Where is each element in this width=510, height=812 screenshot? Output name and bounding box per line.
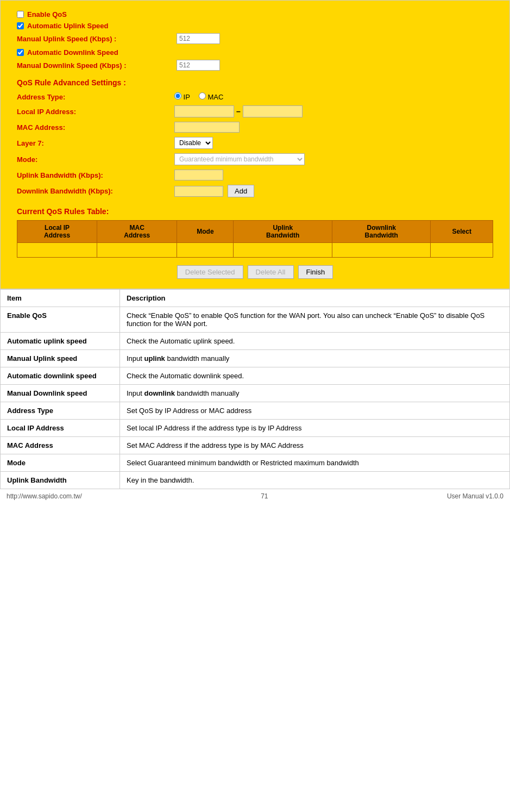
add-button[interactable]: Add bbox=[228, 185, 254, 197]
manual-uplink-label: Manual Uplink Speed (Kbps) : bbox=[17, 35, 174, 43]
layer7-select[interactable]: Disable Enable bbox=[174, 137, 213, 149]
auto-downlink-checkbox[interactable] bbox=[17, 49, 24, 56]
uplink-bandwidth-input[interactable] bbox=[174, 170, 223, 180]
downlink-bandwidth-input[interactable] bbox=[174, 186, 223, 197]
mode-row: Mode: Guaranteed minimum bandwidth Restr… bbox=[17, 153, 493, 165]
desc-enable-qos: Check “Enable QoS” to enable QoS functio… bbox=[120, 307, 510, 333]
item-uplink-bandwidth: Uplink Bandwidth bbox=[1, 472, 120, 489]
desc-manual-uplink: Input uplink bandwidth manually bbox=[120, 350, 510, 367]
table-row: Mode Select Guaranteed minimum bandwidth… bbox=[1, 454, 510, 472]
downlink-bold: downlink bbox=[144, 389, 175, 397]
table-row: Address Type Set QoS by IP Address or MA… bbox=[1, 402, 510, 420]
table-row: MAC Address Set MAC Address if the addre… bbox=[1, 437, 510, 454]
table-row: Manual Uplink speed Input uplink bandwid… bbox=[1, 350, 510, 367]
enable-qos-checkbox[interactable] bbox=[17, 11, 24, 18]
auto-uplink-row: Automatic Uplink Speed bbox=[17, 22, 493, 30]
local-ip-input-1[interactable] bbox=[174, 105, 234, 117]
desc-auto-uplink: Check the Automatic uplink speed. bbox=[120, 333, 510, 350]
table-row: Uplink Bandwidth Key in the bandwidth. bbox=[1, 472, 510, 489]
address-type-radio-group: IP MAC bbox=[174, 92, 223, 101]
footer: http://www.sapido.com.tw/ 71 User Manual… bbox=[0, 489, 510, 503]
item-manual-uplink: Manual Uplink speed bbox=[1, 350, 120, 367]
bottom-buttons: Delete Selected Delete All Finish bbox=[17, 265, 493, 279]
ip-dash: – bbox=[236, 107, 241, 116]
ip-radio-label: IP bbox=[174, 92, 190, 101]
item-mac-address: MAC Address bbox=[1, 437, 120, 454]
footer-link[interactable]: http://www.sapido.com.tw/ bbox=[7, 492, 82, 500]
table-empty-row bbox=[17, 243, 493, 258]
col-mode: Mode bbox=[177, 221, 234, 243]
auto-downlink-row: Automatic Downlink Speed bbox=[17, 48, 493, 57]
empty-cell-4 bbox=[234, 243, 332, 258]
mode-label: Mode: bbox=[17, 155, 174, 164]
item-auto-uplink: Automatic uplink speed bbox=[1, 333, 120, 350]
item-auto-downlink: Automatic downlink speed bbox=[1, 367, 120, 385]
table-row: Automatic downlink speed Check the Autom… bbox=[1, 367, 510, 385]
address-type-label: Address Type: bbox=[17, 93, 174, 101]
delete-selected-button[interactable]: Delete Selected bbox=[177, 265, 243, 279]
empty-cell-3 bbox=[177, 243, 234, 258]
desc-manual-downlink: Input downlink bandwidth manually bbox=[120, 385, 510, 402]
footer-version: User Manual v1.0.0 bbox=[447, 492, 503, 500]
uplink-bold: uplink bbox=[144, 354, 165, 363]
desc-uplink-bandwidth: Key in the bandwidth. bbox=[120, 472, 510, 489]
manual-downlink-input[interactable] bbox=[177, 60, 220, 71]
item-mode: Mode bbox=[1, 454, 120, 472]
auto-uplink-label: Automatic Uplink Speed bbox=[27, 22, 109, 30]
table-row: Automatic uplink speed Check the Automat… bbox=[1, 333, 510, 350]
rules-table: Local IPAddress MACAddress Mode UplinkBa… bbox=[17, 220, 493, 258]
local-ip-label: Local IP Address: bbox=[17, 108, 174, 116]
mode-select[interactable]: Guaranteed minimum bandwidth Restricted … bbox=[174, 153, 305, 165]
footer-page-number: 71 bbox=[261, 492, 268, 500]
item-local-ip: Local IP Address bbox=[1, 420, 120, 437]
col-select: Select bbox=[431, 221, 493, 243]
downlink-bandwidth-label: Downlink Bandwidth (Kbps): bbox=[17, 187, 174, 195]
col-mac-address: MACAddress bbox=[97, 221, 177, 243]
desc-header-item: Item bbox=[1, 290, 120, 307]
desc-auto-downlink: Check the Automatic downlink speed. bbox=[120, 367, 510, 385]
qos-panel: Enable QoS Automatic Uplink Speed Manual… bbox=[0, 0, 510, 289]
col-local-ip: Local IPAddress bbox=[17, 221, 97, 243]
table-row: Manual Downlink speed Input downlink ban… bbox=[1, 385, 510, 402]
manual-downlink-label: Manual Downlink Speed (Kbps) : bbox=[17, 61, 174, 70]
item-address-type: Address Type bbox=[1, 402, 120, 420]
mac-radio-label: MAC bbox=[199, 92, 224, 101]
current-rules-title: Current QoS Rules Table: bbox=[17, 207, 493, 216]
ip-inputs: – bbox=[174, 105, 303, 117]
layer7-label: Layer 7: bbox=[17, 139, 174, 147]
col-uplink-bandwidth: UplinkBandwidth bbox=[234, 221, 332, 243]
local-ip-row: Local IP Address: – bbox=[17, 105, 493, 117]
uplink-bandwidth-label: Uplink Bandwidth (Kbps): bbox=[17, 171, 174, 179]
table-row: Local IP Address Set local IP Address if… bbox=[1, 420, 510, 437]
col-downlink-bandwidth: DownlinkBandwidth bbox=[332, 221, 431, 243]
enable-qos-row: Enable QoS bbox=[17, 10, 493, 18]
layer7-row: Layer 7: Disable Enable bbox=[17, 137, 493, 149]
description-table: Item Description Enable QoS Check “Enabl… bbox=[0, 289, 510, 489]
mac-radio[interactable] bbox=[199, 92, 206, 99]
item-manual-downlink: Manual Downlink speed bbox=[1, 385, 120, 402]
local-ip-input-2[interactable] bbox=[243, 105, 303, 117]
item-enable-qos: Enable QoS bbox=[1, 307, 120, 333]
delete-all-button[interactable]: Delete All bbox=[248, 265, 294, 279]
desc-address-type: Set QoS by IP Address or MAC address bbox=[120, 402, 510, 420]
finish-button[interactable]: Finish bbox=[298, 265, 333, 279]
auto-downlink-label: Automatic Downlink Speed bbox=[27, 48, 118, 57]
ip-radio[interactable] bbox=[174, 92, 181, 99]
empty-cell-2 bbox=[97, 243, 177, 258]
address-type-row: Address Type: IP MAC bbox=[17, 92, 493, 101]
downlink-bandwidth-row: Downlink Bandwidth (Kbps): Add bbox=[17, 185, 493, 197]
table-row: Enable QoS Check “Enable QoS” to enable … bbox=[1, 307, 510, 333]
manual-uplink-input[interactable] bbox=[177, 33, 220, 44]
mac-address-row: MAC Address: bbox=[17, 122, 493, 133]
desc-mode: Select Guaranteed minimum bandwidth or R… bbox=[120, 454, 510, 472]
uplink-bandwidth-row: Uplink Bandwidth (Kbps): bbox=[17, 170, 493, 180]
manual-downlink-row: Manual Downlink Speed (Kbps) : bbox=[17, 60, 493, 71]
empty-cell-5 bbox=[332, 243, 431, 258]
auto-uplink-checkbox[interactable] bbox=[17, 22, 24, 29]
advanced-settings-title: QoS Rule Advanced Settings : bbox=[17, 78, 493, 87]
desc-mac-address: Set MAC Address if the address type is b… bbox=[120, 437, 510, 454]
manual-uplink-row: Manual Uplink Speed (Kbps) : bbox=[17, 33, 493, 44]
empty-cell-6 bbox=[431, 243, 493, 258]
mac-address-input[interactable] bbox=[174, 122, 240, 133]
empty-cell-1 bbox=[17, 243, 97, 258]
